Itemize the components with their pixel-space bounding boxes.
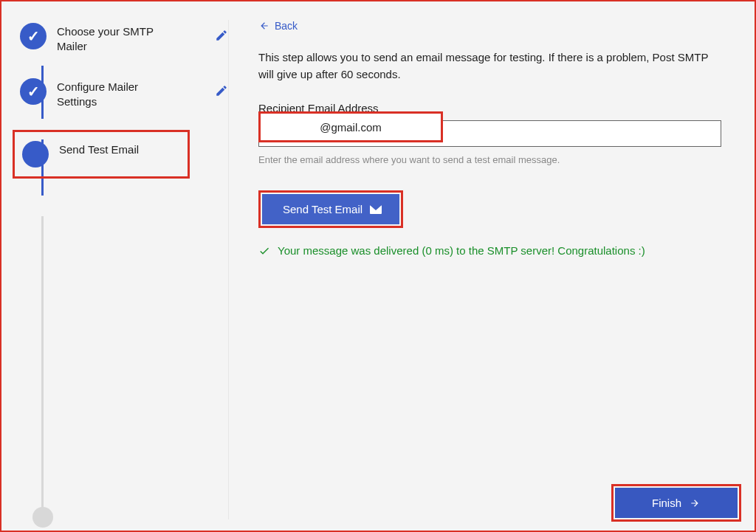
finish-label: Finish	[652, 497, 681, 509]
step-configure-settings[interactable]: Configure Mailer Settings	[13, 75, 228, 113]
success-text: Your message was delivered (0 ms) to the…	[278, 244, 645, 257]
step-choose-mailer[interactable]: Choose your SMTP Mailer	[13, 20, 228, 58]
step-description: This step allows you to send an email me…	[258, 49, 721, 83]
back-label: Back	[275, 20, 298, 32]
step-send-test-email[interactable]: Send Test Email	[13, 130, 190, 179]
send-test-email-button[interactable]: Send Test Email	[262, 194, 399, 224]
check-circle-icon	[20, 78, 47, 105]
success-message: Your message was delivered (0 ms) to the…	[258, 244, 721, 257]
check-icon	[258, 245, 270, 257]
envelope-icon	[370, 205, 382, 214]
step-label: Send Test Email	[59, 141, 139, 157]
pending-step-icon	[32, 507, 53, 528]
recipient-label: Recipient Email Address	[258, 102, 721, 114]
step-label: Choose your SMTP Mailer	[57, 23, 160, 55]
recipient-email-input[interactable]	[258, 120, 721, 147]
send-button-label: Send Test Email	[283, 203, 362, 215]
finish-button[interactable]: Finish	[615, 488, 738, 518]
pencil-icon[interactable]	[215, 29, 228, 45]
arrow-right-icon	[689, 498, 701, 508]
pencil-icon[interactable]	[215, 84, 228, 100]
back-link[interactable]: Back	[258, 20, 298, 32]
main-panel: Back This step allows you to send an ema…	[228, 20, 743, 519]
arrow-left-icon	[258, 21, 270, 31]
current-step-icon	[22, 141, 49, 167]
helper-text: Enter the email address where you want t…	[258, 154, 721, 165]
step-label: Configure Mailer Settings	[57, 78, 160, 110]
check-circle-icon	[20, 23, 47, 49]
